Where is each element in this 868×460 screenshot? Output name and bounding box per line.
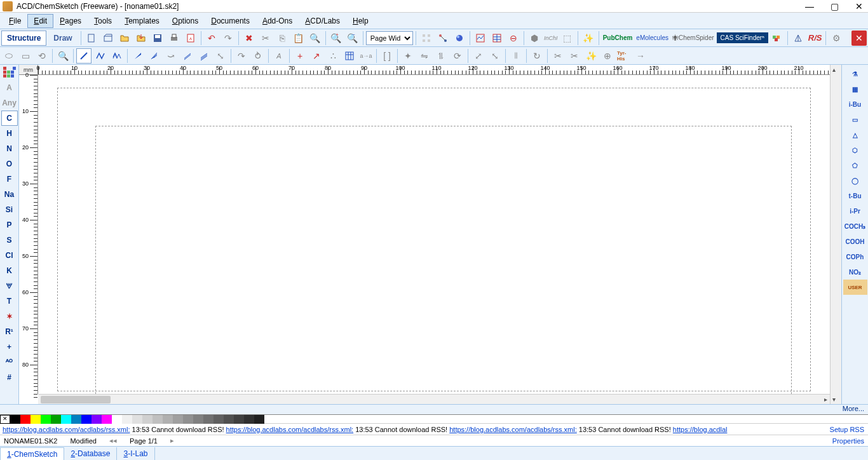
inchi-icon[interactable]: InChI	[543, 30, 559, 46]
bracket-icon[interactable]: [ ]	[379, 48, 395, 64]
color-swatch[interactable]	[41, 415, 51, 424]
menu-options[interactable]: Options	[166, 14, 205, 28]
structure-cleanup-icon[interactable]: ⬢	[527, 30, 542, 46]
left-extra-6[interactable]: #	[1, 370, 18, 385]
menu-file[interactable]: File	[3, 14, 27, 28]
peptide-icon[interactable]: Tyr-His	[616, 48, 632, 64]
color-swatch[interactable]	[254, 415, 264, 424]
3d-ball-icon[interactable]	[452, 30, 467, 46]
no-color-swatch[interactable]: ✕	[0, 415, 10, 424]
save-icon[interactable]	[150, 30, 165, 46]
arrow-curve-icon[interactable]: ↷	[234, 48, 249, 64]
flip-v-icon[interactable]: ⥮	[433, 48, 449, 64]
right-item-13[interactable]: NO₂	[843, 264, 867, 280]
table-icon[interactable]	[489, 30, 505, 46]
right-item-0[interactable]: ⚗	[843, 66, 867, 81]
arrow-small-icon[interactable]: →	[633, 48, 648, 64]
tab-3ilab[interactable]: 3-I-Lab	[117, 447, 154, 460]
double-bond-icon[interactable]	[180, 48, 195, 64]
expand-icon[interactable]: ⤢	[471, 48, 486, 64]
flip-h-icon[interactable]: ⇋	[417, 48, 432, 64]
align-icon[interactable]: ⫴	[508, 48, 524, 64]
arc-bond-icon[interactable]: ⤻	[163, 48, 179, 64]
properties-link[interactable]: Properties	[832, 437, 864, 445]
box-icon[interactable]: ⬚	[560, 30, 575, 46]
tab-1chemsketch[interactable]: 1-ChemSketch	[0, 447, 64, 460]
chain-bond-icon[interactable]	[93, 48, 108, 64]
left-extra-2[interactable]: ✶	[1, 309, 18, 324]
cleanup-icon[interactable]: ✦	[400, 48, 416, 64]
rss-link[interactable]: https://blog.acdlabs.com/acdlabs/rss.xml…	[449, 426, 577, 433]
color-swatch[interactable]	[31, 415, 41, 424]
chirality-icon[interactable]	[790, 30, 806, 46]
cut-bond-icon[interactable]: ✂	[567, 48, 582, 64]
left-extra-5[interactable]: ᴬᴼ	[1, 355, 18, 370]
new-icon[interactable]	[84, 30, 99, 46]
color-swatch[interactable]	[71, 415, 81, 424]
wedge-down-icon[interactable]	[147, 48, 162, 64]
rss-link[interactable]: https://blog.acdlabs.com/acdlabs/rss.xml…	[3, 426, 130, 433]
multibond-icon[interactable]	[109, 48, 125, 64]
coord-bond-icon[interactable]: ⤡	[213, 48, 228, 64]
left-extra-1[interactable]: T	[1, 294, 18, 309]
rs-button[interactable]: R/S	[807, 33, 824, 43]
right-item-10[interactable]: COCH₃	[843, 219, 867, 234]
left-extra-4[interactable]: +	[1, 339, 18, 355]
wedge-up-icon[interactable]	[130, 48, 146, 64]
menu-acd/labs[interactable]: ACD/Labs	[299, 14, 346, 28]
color-swatch[interactable]	[234, 415, 244, 424]
erase-icon[interactable]: ✖	[241, 30, 257, 46]
color-swatch[interactable]	[61, 415, 71, 424]
magic-icon[interactable]: ✨	[581, 30, 596, 46]
color-swatch[interactable]	[51, 415, 61, 424]
pdf-icon[interactable]: A	[183, 30, 198, 46]
magic-bond-icon[interactable]: ✨	[583, 48, 599, 64]
find-icon[interactable]: 🔍	[308, 30, 323, 46]
menu-edit[interactable]: Edit	[27, 14, 53, 28]
setup-rss-link[interactable]: Setup RSS	[827, 426, 864, 433]
triple-bond-icon[interactable]	[196, 48, 212, 64]
chart-icon[interactable]	[473, 30, 488, 46]
atom-any[interactable]: Any	[1, 95, 18, 111]
rotate-3d-icon[interactable]: ⟲	[34, 48, 50, 64]
remove-icon[interactable]: ⊖	[506, 30, 521, 46]
atom-f[interactable]: F	[1, 172, 18, 187]
right-item-4[interactable]: △	[843, 127, 867, 142]
color-swatch[interactable]	[244, 415, 254, 424]
emolecules-brand[interactable]: eMolecules	[635, 34, 670, 41]
zoom-in-icon[interactable]: 🔍+	[329, 30, 344, 46]
atom-cl[interactable]: Cl	[1, 248, 18, 263]
right-item-2[interactable]: i-Bu	[843, 97, 867, 112]
chemspider-brand[interactable]: 🕷ChemSpider	[671, 34, 715, 41]
redo-icon[interactable]: ↷	[220, 30, 236, 46]
right-item-7[interactable]: ◯	[843, 173, 867, 188]
zoom-area-icon[interactable]: 🔍	[55, 48, 71, 64]
color-swatch[interactable]	[92, 415, 102, 424]
color-swatch[interactable]	[163, 415, 173, 424]
right-item-11[interactable]: COOH	[843, 234, 867, 249]
periodic-table-icon[interactable]	[1, 65, 18, 80]
connect-icon[interactable]	[435, 30, 451, 46]
print-icon[interactable]	[166, 30, 182, 46]
close-button[interactable]: ✕	[853, 1, 865, 11]
atom-k[interactable]: K	[1, 263, 18, 278]
color-swatch[interactable]	[173, 415, 183, 424]
rss-link[interactable]: https://blog.acdlabs.com/acdlabs/rss.xml…	[226, 426, 354, 433]
color-swatch[interactable]	[10, 415, 20, 424]
rotate-icon[interactable]: ⟳	[450, 48, 465, 64]
menu-pages[interactable]: Pages	[53, 14, 88, 28]
color-swatch[interactable]	[224, 415, 234, 424]
vertical-scrollbar[interactable]: ▴▾	[830, 65, 841, 404]
menu-tools[interactable]: Tools	[88, 14, 118, 28]
atom-si[interactable]: Si	[1, 202, 18, 217]
paste-icon[interactable]: 📋	[291, 30, 306, 46]
draw-mode-button[interactable]: Draw	[48, 30, 78, 46]
grid-icon[interactable]	[419, 30, 434, 46]
color-swatch[interactable]	[183, 415, 193, 424]
rss-link[interactable]: https://blog.acdlal	[673, 426, 728, 433]
cut-icon[interactable]: ✂	[258, 30, 273, 46]
scifinder-brand[interactable]: CAS SciFinderⁿ	[717, 32, 768, 43]
lone-pair-icon[interactable]: ∴	[325, 48, 341, 64]
tab-2database[interactable]: 2-Database	[64, 447, 117, 460]
atom-o[interactable]: O	[1, 156, 18, 172]
